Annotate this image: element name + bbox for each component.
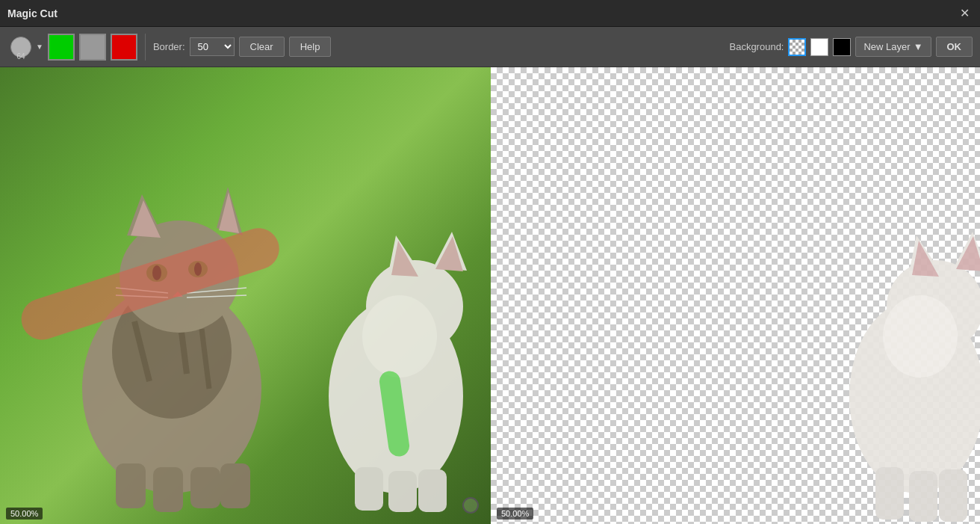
- border-label: Border:: [153, 41, 185, 52]
- new-layer-arrow-icon: ▼: [914, 41, 923, 52]
- svg-rect-41: [909, 471, 937, 522]
- brush-cursor: [462, 497, 479, 514]
- preview-cat-svg: [491, 67, 980, 524]
- background-white-swatch[interactable]: [810, 38, 828, 56]
- preview-panel[interactable]: 50.00%: [491, 67, 980, 524]
- svg-rect-21: [190, 467, 220, 508]
- border-select[interactable]: 50 10 20 30 40 60 80 100: [190, 37, 235, 56]
- svg-rect-22: [220, 463, 250, 508]
- color-swatch-green[interactable]: [48, 34, 75, 61]
- brush-size-dropdown-arrow[interactable]: ▼: [36, 43, 43, 51]
- background-black-swatch[interactable]: [833, 38, 851, 56]
- svg-rect-31: [388, 471, 417, 512]
- help-button[interactable]: Help: [289, 37, 332, 57]
- background-control: Background:: [729, 38, 851, 56]
- original-image: [0, 67, 491, 524]
- svg-rect-20: [153, 467, 183, 512]
- svg-rect-30: [355, 467, 383, 511]
- toolbar: 64 ▼ Border: 50 10 20 30 40 60 80 100 Cl…: [0, 27, 980, 67]
- ok-button[interactable]: OK: [936, 37, 973, 57]
- original-image-panel[interactable]: 50.00%: [0, 67, 491, 524]
- brush-preview: 64: [7, 34, 34, 61]
- brush-size-control: 64 ▼: [7, 34, 43, 61]
- color-swatch-gray[interactable]: [79, 34, 106, 61]
- title-bar: Magic Cut ✕: [0, 0, 980, 27]
- toolbar-divider-1: [145, 34, 146, 61]
- svg-rect-19: [116, 463, 146, 508]
- svg-rect-42: [939, 469, 967, 522]
- background-label: Background:: [729, 41, 784, 52]
- color-swatch-red[interactable]: [111, 34, 137, 61]
- zoom-label-left: 50.00%: [6, 508, 43, 520]
- svg-point-29: [362, 295, 437, 377]
- clear-button[interactable]: Clear: [239, 37, 285, 57]
- background-transparent-swatch[interactable]: [788, 38, 806, 56]
- new-layer-button[interactable]: New Layer ▼: [855, 37, 931, 57]
- svg-rect-32: [418, 469, 447, 512]
- window-title: Magic Cut: [7, 7, 58, 19]
- canvas-area: 50.00%: [0, 67, 980, 524]
- border-control: Border: 50 10 20 30 40 60 80 100: [153, 37, 235, 56]
- brush-size-label: 64: [7, 52, 34, 61]
- svg-rect-40: [875, 467, 904, 520]
- close-button[interactable]: ✕: [956, 5, 973, 22]
- zoom-label-right: 50.00%: [497, 508, 533, 520]
- svg-point-39: [883, 295, 958, 377]
- new-layer-label: New Layer: [863, 41, 910, 52]
